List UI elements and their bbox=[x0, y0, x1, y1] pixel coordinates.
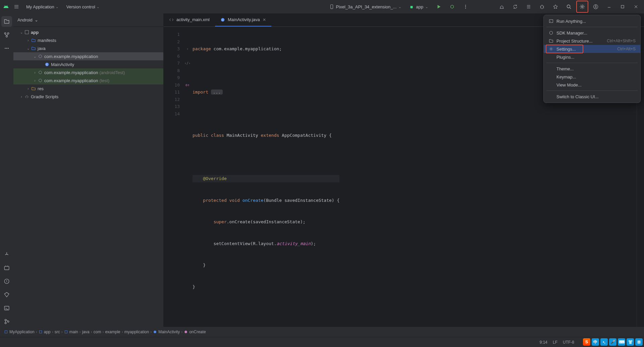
crumb[interactable]: com bbox=[94, 330, 101, 334]
res-folder-icon bbox=[31, 86, 36, 91]
crumb[interactable]: src bbox=[55, 330, 60, 334]
vcs-tool-button[interactable] bbox=[1, 316, 12, 327]
tab-label: MainActivity.java bbox=[228, 17, 260, 22]
xml-icon bbox=[169, 17, 174, 22]
line-separator[interactable]: LF bbox=[553, 340, 557, 345]
tree-manifests[interactable]: ›manifests bbox=[13, 36, 163, 44]
menu-keymap[interactable]: Keymap... bbox=[544, 73, 640, 81]
crumb[interactable]: onCreate bbox=[184, 330, 206, 334]
problems-button[interactable] bbox=[1, 276, 12, 287]
vcs-dropdown[interactable]: Version control ⌄ bbox=[64, 3, 102, 11]
app-quality-button[interactable] bbox=[1, 289, 12, 300]
menu-view-mode[interactable]: View Mode... bbox=[544, 81, 640, 89]
list-icon[interactable] bbox=[523, 1, 534, 12]
menu-run-anything[interactable]: Run Anything... bbox=[544, 17, 640, 25]
tree-gradle[interactable]: ›Gradle Scripts bbox=[13, 93, 163, 101]
logcat-button[interactable] bbox=[1, 263, 12, 273]
bug-icon[interactable] bbox=[537, 1, 547, 12]
ime-mic-icon[interactable]: 🎤 bbox=[609, 338, 616, 346]
menu-separator bbox=[546, 91, 638, 91]
menu-plugins[interactable]: Plugins... bbox=[544, 53, 640, 61]
tree-package-test[interactable]: ›com.example.myapplication(test) bbox=[13, 76, 163, 84]
svg-point-15 bbox=[5, 48, 6, 49]
crumb[interactable]: java bbox=[82, 330, 90, 334]
menu-settings[interactable]: Settings... Ctrl+Alt+S bbox=[544, 45, 640, 53]
maximize-button[interactable] bbox=[617, 1, 628, 12]
ime-punct-icon[interactable]: •, bbox=[600, 338, 608, 346]
svg-point-23 bbox=[7, 321, 9, 323]
ime-lang-icon[interactable]: 中 bbox=[592, 338, 599, 346]
more-actions-button[interactable] bbox=[460, 1, 471, 12]
account-icon[interactable] bbox=[590, 1, 601, 12]
titlebar: My Application ⌄ Version control ⌄ Pixel… bbox=[0, 0, 644, 13]
svg-point-38 bbox=[550, 48, 552, 50]
expand-icon: ⌄ bbox=[32, 55, 38, 58]
fold-badge[interactable]: ... bbox=[211, 90, 223, 95]
device-selector[interactable]: Pixel_3a_API_34_extension_... ⌄ bbox=[327, 3, 404, 11]
debug-button[interactable] bbox=[447, 1, 458, 12]
svg-point-13 bbox=[7, 33, 9, 34]
tab-main-activity[interactable]: C MainActivity.java ✕ bbox=[215, 13, 271, 26]
build-icon[interactable] bbox=[496, 1, 507, 12]
chevron-down-icon: ⌄ bbox=[425, 5, 428, 9]
svg-point-35 bbox=[154, 331, 156, 333]
project-tree: ⌄app ›manifests ⌄java ⌄com.example.myapp… bbox=[13, 27, 163, 327]
more-tool-button[interactable] bbox=[1, 43, 12, 54]
sync-icon[interactable] bbox=[510, 1, 521, 12]
run-button[interactable] bbox=[433, 1, 444, 12]
crumb[interactable]: app bbox=[39, 330, 51, 334]
menu-theme[interactable]: Theme... bbox=[544, 65, 640, 73]
tree-res[interactable]: ›res bbox=[13, 84, 163, 93]
crumb[interactable]: MainActivity bbox=[153, 330, 180, 334]
structure-tool-button[interactable] bbox=[1, 30, 12, 40]
menu-sdk-manager[interactable]: SDK Manager... bbox=[544, 29, 640, 37]
cursor-position[interactable]: 9:14 bbox=[540, 340, 547, 345]
project-tool-button[interactable] bbox=[1, 16, 12, 27]
crumb[interactable]: main bbox=[64, 330, 78, 334]
gear-icon bbox=[548, 47, 554, 51]
tree-app[interactable]: ⌄app bbox=[13, 28, 163, 36]
code-icon[interactable]: ‹/› bbox=[182, 60, 193, 67]
crumb[interactable]: example bbox=[105, 330, 120, 334]
ime-sogou-icon[interactable]: S bbox=[583, 338, 590, 346]
expand-icon: › bbox=[32, 79, 38, 82]
crumb[interactable]: myapplication bbox=[124, 330, 149, 334]
terminal-button[interactable] bbox=[1, 303, 12, 313]
crumb[interactable]: MyApplication bbox=[4, 330, 35, 334]
menu-project-structure[interactable]: Project Structure...Ctrl+Alt+Shift+S bbox=[544, 37, 640, 45]
ime-tray: S 中 •, 🎤 ⌨ 👕 ⊞ bbox=[583, 338, 643, 346]
android-icon bbox=[409, 4, 414, 9]
code-area[interactable]: package com.example.myapplication; impor… bbox=[193, 27, 339, 327]
close-button[interactable] bbox=[631, 1, 641, 12]
ime-menu-icon[interactable]: ⊞ bbox=[635, 338, 643, 346]
tree-main-activity[interactable]: CMainActivity bbox=[13, 60, 163, 68]
svg-point-10 bbox=[595, 5, 596, 7]
close-tab-icon[interactable]: ✕ bbox=[263, 17, 266, 22]
file-encoding[interactable]: UTF-8 bbox=[563, 340, 574, 345]
inspect-icon[interactable] bbox=[550, 1, 561, 12]
tree-label: res bbox=[38, 86, 44, 91]
project-name-dropdown[interactable]: My Application ⌄ bbox=[23, 3, 61, 11]
chevron-down-icon[interactable]: ⌄ bbox=[35, 17, 38, 22]
tree-package-androidtest[interactable]: ›com.example.myapplication(androidTest) bbox=[13, 68, 163, 76]
minimize-button[interactable] bbox=[604, 1, 614, 12]
tab-activity-xml[interactable]: activity_main.xml bbox=[164, 13, 215, 26]
menu-classic-ui[interactable]: Switch to Classic UI... bbox=[544, 93, 640, 101]
ime-keyboard-icon[interactable]: ⌨ bbox=[618, 338, 625, 346]
fold-icon[interactable]: › bbox=[182, 45, 193, 53]
menu-separator bbox=[546, 63, 638, 63]
tree-label: com.example.myapplication bbox=[44, 54, 98, 59]
svg-point-1 bbox=[331, 8, 332, 8]
svg-text:C: C bbox=[222, 18, 224, 21]
override-icon[interactable]: o↑ bbox=[182, 81, 193, 89]
run-config-selector[interactable]: app ⌄ bbox=[407, 3, 431, 11]
tree-suffix: (androidTest) bbox=[99, 70, 125, 75]
search-icon[interactable] bbox=[564, 1, 574, 12]
tree-package-main[interactable]: ⌄com.example.myapplication bbox=[13, 52, 163, 60]
expand-icon: › bbox=[19, 95, 24, 99]
settings-gear-button[interactable] bbox=[577, 1, 588, 12]
build-variants-button[interactable] bbox=[1, 249, 12, 260]
main-menu-button[interactable] bbox=[12, 2, 21, 11]
ime-skin-icon[interactable]: 👕 bbox=[627, 338, 634, 346]
tree-java[interactable]: ⌄java bbox=[13, 44, 163, 52]
